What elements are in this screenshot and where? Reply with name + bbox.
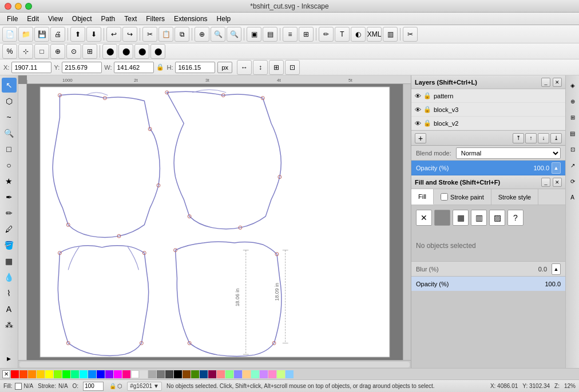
- right-tool-6[interactable]: ↗: [565, 158, 580, 173]
- snap-nodes-button[interactable]: ⊹: [18, 44, 33, 59]
- palette-swatch-17[interactable]: [157, 370, 165, 378]
- align-left-button[interactable]: ⬤: [102, 44, 117, 59]
- blend-mode-select[interactable]: Normal Multiply Screen Overlay: [456, 147, 561, 159]
- redo-button[interactable]: ↪: [122, 27, 137, 42]
- h-scrollbar-track[interactable]: [19, 362, 410, 367]
- copy-button[interactable]: ✂: [142, 27, 157, 42]
- palette-swatch-28[interactable]: [251, 370, 259, 378]
- zoom-in-button[interactable]: 🔍: [211, 27, 225, 42]
- menu-filters[interactable]: Filters: [141, 14, 169, 24]
- layer-item-block-v3[interactable]: 👁 🔒 block_v3: [411, 103, 565, 117]
- add-layer-button[interactable]: +: [415, 133, 426, 143]
- zoom-fit-button[interactable]: ⊕: [195, 27, 209, 42]
- palette-swatch-26[interactable]: [234, 370, 242, 378]
- palette-swatch-0[interactable]: [11, 370, 19, 378]
- palette-swatch-19[interactable]: [174, 370, 182, 378]
- move-layer-up-button[interactable]: ↑: [525, 133, 537, 143]
- pen-tool[interactable]: ✒: [2, 190, 17, 205]
- align-right-button[interactable]: ⬤: [118, 44, 133, 59]
- transform-x-button[interactable]: ↔: [237, 60, 252, 75]
- move-layer-down-button[interactable]: ↓: [538, 133, 549, 143]
- export-button[interactable]: ⬇: [86, 27, 101, 42]
- layer-lock-icon-2[interactable]: 🔒: [423, 106, 431, 113]
- palette-swatch-6[interactable]: [62, 370, 70, 378]
- snap-enable-button[interactable]: %: [2, 44, 17, 59]
- palette-swatch-9[interactable]: [88, 370, 96, 378]
- horizontal-scrollbar[interactable]: [18, 360, 411, 368]
- menu-object[interactable]: Object: [68, 14, 97, 24]
- maximize-button[interactable]: [25, 3, 32, 10]
- right-tool-3[interactable]: ⊞: [565, 110, 580, 125]
- eyedropper-tool[interactable]: 💧: [2, 270, 17, 285]
- lock-icon[interactable]: 🔒: [156, 63, 164, 71]
- palette-swatch-13[interactable]: [122, 370, 130, 378]
- menu-file[interactable]: File: [2, 14, 22, 24]
- bucket-tool[interactable]: 🪣: [2, 238, 17, 253]
- layer-item-block-v2[interactable]: 👁 🔒 block_v2: [411, 117, 565, 130]
- star-tool[interactable]: ★: [2, 174, 17, 189]
- w-input[interactable]: [114, 62, 154, 73]
- transform-lock-button[interactable]: ⊞: [269, 60, 284, 75]
- fill-linear-button[interactable]: ▦: [453, 210, 469, 226]
- palette-swatch-16[interactable]: [148, 370, 156, 378]
- palette-swatch-21[interactable]: [191, 370, 199, 378]
- palette-swatch-11[interactable]: [105, 370, 113, 378]
- layer-eye-icon[interactable]: 👁: [415, 93, 421, 99]
- layer-eye-icon-3[interactable]: 👁: [415, 120, 421, 127]
- x-input[interactable]: [11, 62, 51, 73]
- layers-minimize-button[interactable]: _: [541, 78, 550, 87]
- right-tool-7[interactable]: ⟳: [565, 174, 580, 189]
- fill-unknown-button[interactable]: ?: [507, 210, 524, 226]
- select-tool[interactable]: ↖: [2, 78, 17, 93]
- fill-stroke-minimize-button[interactable]: _: [541, 178, 550, 187]
- minimize-button[interactable]: [15, 3, 22, 10]
- stroke-paint-tab[interactable]: Stroke paint: [434, 189, 491, 205]
- palette-swatch-x[interactable]: ✕: [2, 370, 10, 378]
- palette-swatch-12[interactable]: [114, 370, 122, 378]
- palette-swatch-27[interactable]: [243, 370, 251, 378]
- move-layer-top-button[interactable]: ⤒: [513, 133, 524, 143]
- palette-swatch-25[interactable]: [225, 370, 233, 378]
- expand-button[interactable]: ▸: [2, 351, 17, 366]
- open-button[interactable]: 📁: [18, 27, 33, 42]
- opacity-status-input[interactable]: [83, 382, 104, 391]
- menu-text[interactable]: Text: [120, 14, 141, 24]
- spray-tool[interactable]: ⁂: [2, 318, 17, 333]
- palette-swatch-15[interactable]: [140, 370, 148, 378]
- layer-lock-icon-3[interactable]: 🔒: [423, 119, 431, 127]
- right-tool-4[interactable]: ▤: [565, 126, 580, 141]
- layer-lock-icon[interactable]: 🔒: [423, 92, 431, 99]
- palette-swatch-5[interactable]: [54, 370, 62, 378]
- snap-midpoints-button[interactable]: ⊕: [50, 44, 65, 59]
- duplicate-button[interactable]: ⧉: [175, 27, 189, 42]
- transform-reset-button[interactable]: ⊡: [285, 60, 300, 75]
- save-button[interactable]: 💾: [34, 27, 49, 42]
- palette-swatch-30[interactable]: [268, 370, 276, 378]
- align-bottom-button[interactable]: ⬤: [150, 44, 165, 59]
- opacity-stepper-up[interactable]: ▲: [552, 162, 561, 174]
- layers-close-button[interactable]: ✕: [553, 78, 562, 87]
- palette-swatch-3[interactable]: [37, 370, 45, 378]
- text-tool[interactable]: A: [2, 302, 17, 317]
- fill-radial-button[interactable]: ▥: [471, 210, 487, 226]
- layer-selector[interactable]: #g16201 ▼: [127, 382, 162, 391]
- stroke-paint-checkbox[interactable]: [441, 193, 448, 201]
- vertical-scrollbar[interactable]: [403, 84, 411, 360]
- snap-bbox-button[interactable]: □: [34, 44, 49, 59]
- delete-layer-button[interactable]: ⤓: [550, 133, 562, 143]
- fill-tab[interactable]: Fill: [411, 189, 434, 205]
- fill-stroke-button[interactable]: ◐: [351, 27, 366, 42]
- calligraphy-tool[interactable]: 🖊: [2, 222, 17, 237]
- palette-swatch-14[interactable]: [131, 370, 139, 378]
- group-button[interactable]: ▣: [247, 27, 261, 42]
- palette-swatch-22[interactable]: [200, 370, 208, 378]
- pencil-tool[interactable]: ✏: [2, 206, 17, 221]
- canvas[interactable]: 18.06 in 18.09 in: [27, 84, 403, 360]
- menu-view[interactable]: View: [43, 14, 68, 24]
- node-tool[interactable]: ⬡: [2, 94, 17, 109]
- fill-flat-button[interactable]: [434, 210, 450, 226]
- circle-tool[interactable]: ○: [2, 158, 17, 173]
- palette-swatch-1[interactable]: [19, 370, 27, 378]
- import-button[interactable]: ⬆: [70, 27, 85, 42]
- y-input[interactable]: [62, 62, 102, 73]
